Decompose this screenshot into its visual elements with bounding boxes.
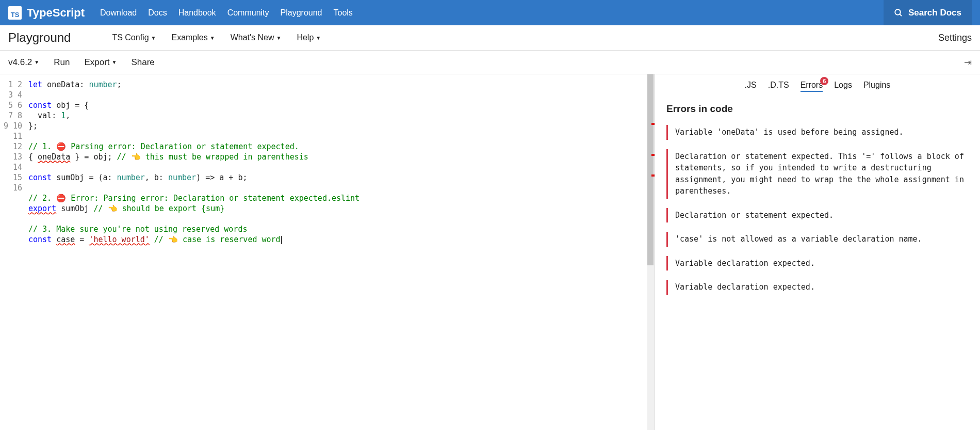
search-label: Search Docs bbox=[908, 8, 961, 18]
error-count-badge: 6 bbox=[820, 77, 828, 85]
code-editor[interactable]: let oneData: number; const obj = { val: … bbox=[28, 74, 647, 430]
chevron-down-icon: ▼ bbox=[316, 35, 321, 41]
logo-icon: TS bbox=[8, 6, 22, 20]
error-item[interactable]: 'case' is not allowed as a variable decl… bbox=[666, 232, 969, 247]
tab-dts[interactable]: .D.TS bbox=[768, 81, 789, 92]
tab-js[interactable]: .JS bbox=[745, 81, 757, 92]
search-icon bbox=[894, 8, 903, 18]
error-marker bbox=[651, 154, 655, 156]
scrollbar-track[interactable] bbox=[647, 74, 655, 430]
scrollbar-thumb[interactable] bbox=[647, 74, 654, 265]
search-button[interactable]: Search Docs bbox=[884, 0, 972, 25]
examples-dropdown[interactable]: Examples▼ bbox=[171, 33, 215, 42]
output-pane: .JS .D.TS Errors 6 Logs Plugins Errors i… bbox=[655, 74, 980, 430]
error-item[interactable]: Declaration or statement expected. This … bbox=[666, 149, 969, 199]
run-button[interactable]: Run bbox=[54, 57, 70, 68]
chevron-down-icon: ▼ bbox=[112, 59, 117, 65]
error-item[interactable]: Variable declaration expected. bbox=[666, 280, 969, 295]
chevron-down-icon: ▼ bbox=[34, 59, 39, 65]
line-gutter: 1 2 3 4 5 6 7 8 9 10 11 12 13 14 15 16 bbox=[0, 74, 28, 430]
nav-docs[interactable]: Docs bbox=[148, 8, 167, 18]
nav-links: Download Docs Handbook Community Playgro… bbox=[100, 8, 353, 18]
logo-text: TypeScript bbox=[27, 6, 85, 20]
settings-link[interactable]: Settings bbox=[938, 33, 972, 43]
top-nav: TS TypeScript Download Docs Handbook Com… bbox=[0, 0, 980, 25]
logo[interactable]: TS TypeScript bbox=[8, 6, 85, 20]
goto-end-icon[interactable]: ⇥ bbox=[964, 57, 972, 68]
nav-playground[interactable]: Playground bbox=[281, 8, 322, 18]
error-item[interactable]: Variable 'oneData' is used before being … bbox=[666, 125, 969, 140]
editor-pane: 1 2 3 4 5 6 7 8 9 10 11 12 13 14 15 16 l… bbox=[0, 74, 655, 430]
share-button[interactable]: Share bbox=[131, 57, 154, 68]
chevron-down-icon: ▼ bbox=[151, 35, 156, 41]
version-dropdown[interactable]: v4.6.2▼ bbox=[8, 57, 39, 68]
page-title: Playground bbox=[8, 30, 71, 45]
nav-community[interactable]: Community bbox=[227, 8, 269, 18]
tab-logs[interactable]: Logs bbox=[834, 81, 852, 92]
workspace: 1 2 3 4 5 6 7 8 9 10 11 12 13 14 15 16 l… bbox=[0, 74, 980, 430]
tab-plugins[interactable]: Plugins bbox=[863, 81, 890, 92]
svg-point-0 bbox=[895, 9, 901, 15]
help-dropdown[interactable]: Help▼ bbox=[297, 33, 321, 42]
export-dropdown[interactable]: Export▼ bbox=[84, 57, 117, 68]
subnav: Playground TS Config▼ Examples▼ What's N… bbox=[0, 25, 980, 51]
output-tabs: .JS .D.TS Errors 6 Logs Plugins bbox=[655, 74, 980, 96]
nav-download[interactable]: Download bbox=[100, 8, 137, 18]
errors-body: Errors in code Variable 'oneData' is use… bbox=[655, 96, 980, 311]
subnav-items: TS Config▼ Examples▼ What's New▼ Help▼ bbox=[112, 33, 321, 42]
tab-errors-label: Errors bbox=[801, 81, 823, 89]
error-marker bbox=[651, 123, 655, 125]
error-item[interactable]: Variable declaration expected. bbox=[666, 256, 969, 271]
toolbar: v4.6.2▼ Run Export▼ Share ⇥ bbox=[0, 51, 980, 74]
tsconfig-dropdown[interactable]: TS Config▼ bbox=[112, 33, 156, 42]
whatsnew-dropdown[interactable]: What's New▼ bbox=[231, 33, 282, 42]
error-marker bbox=[651, 174, 655, 177]
nav-handbook[interactable]: Handbook bbox=[178, 8, 216, 18]
chevron-down-icon: ▼ bbox=[276, 35, 281, 41]
errors-title: Errors in code bbox=[666, 103, 969, 115]
nav-tools[interactable]: Tools bbox=[333, 8, 352, 18]
svg-line-1 bbox=[900, 14, 902, 16]
chevron-down-icon: ▼ bbox=[210, 35, 215, 41]
error-item[interactable]: Declaration or statement expected. bbox=[666, 208, 969, 223]
tab-errors[interactable]: Errors 6 bbox=[801, 81, 823, 92]
